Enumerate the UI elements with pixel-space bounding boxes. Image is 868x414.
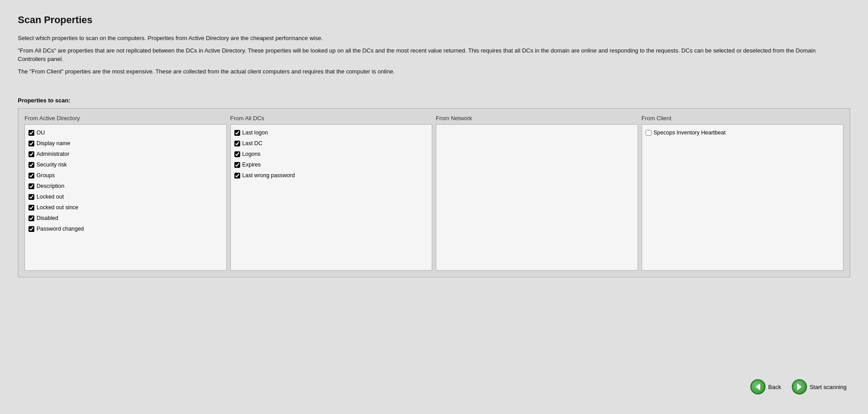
column-client: From ClientSpecops Inventory Heartbeat [642, 115, 844, 271]
list-item[interactable]: Groups [27, 170, 225, 181]
checkbox-active-directory-2[interactable] [29, 151, 34, 157]
column-all-dcs: From All DCsLast logonLast DCLogonsExpir… [230, 115, 433, 271]
spacer [18, 84, 850, 97]
checkbox-client-0[interactable] [646, 130, 651, 136]
list-item[interactable]: Administrator [27, 149, 225, 159]
list-item[interactable]: Specops Inventory Heartbeat [644, 127, 842, 138]
checkbox-label: Description [37, 182, 65, 191]
checkbox-label: Security risk [37, 160, 67, 169]
page-title: Scan Properties [18, 14, 850, 26]
description-2: "From All DCs" are properties that are n… [18, 46, 820, 64]
page-container: Scan Properties Select which properties … [0, 0, 868, 414]
footer-bar: Back Start scanning [18, 369, 850, 396]
checkbox-active-directory-5[interactable] [29, 183, 34, 189]
checkbox-list-all-dcs: Last logonLast DCLogonsExpiresLast wrong… [230, 124, 433, 271]
forward-circle-icon [792, 379, 807, 394]
start-scanning-label: Start scanning [810, 384, 847, 390]
list-item[interactable]: Locked out [27, 191, 225, 202]
list-item[interactable]: Display name [27, 138, 225, 149]
arrow-left-icon [756, 383, 760, 390]
checkbox-active-directory-0[interactable] [29, 130, 34, 136]
main-content: Scan Properties Select which properties … [18, 14, 850, 369]
properties-label: Properties to scan: [18, 97, 850, 104]
checkbox-label: Specops Inventory Heartbeat [654, 128, 726, 137]
checkbox-active-directory-9[interactable] [29, 226, 34, 232]
checkbox-active-directory-8[interactable] [29, 215, 34, 221]
list-item[interactable]: Security risk [27, 159, 225, 170]
checkbox-active-directory-6[interactable] [29, 194, 34, 200]
checkbox-list-inner-all-dcs: Last logonLast DCLogonsExpiresLast wrong… [233, 127, 430, 268]
list-item[interactable]: Locked out since [27, 202, 225, 213]
checkbox-all-dcs-1[interactable] [234, 141, 240, 146]
checkbox-label: Password changed [37, 224, 84, 233]
checkbox-label: Display name [37, 139, 70, 148]
list-item[interactable]: Last logon [233, 127, 430, 138]
list-item[interactable]: Logons [233, 149, 430, 159]
checkbox-active-directory-3[interactable] [29, 162, 34, 168]
checkbox-list-active-directory: OUDisplay nameAdministratorSecurity risk… [25, 124, 227, 271]
description-3: The "From Client" properties are the mos… [18, 67, 820, 76]
back-button[interactable]: Back [747, 377, 785, 396]
checkbox-label: Disabled [37, 214, 58, 223]
description-1: Select which properties to scan on the c… [18, 34, 820, 43]
checkbox-label: Locked out since [37, 203, 78, 212]
checkbox-list-inner-active-directory: OUDisplay nameAdministratorSecurity risk… [27, 127, 225, 268]
column-header-all-dcs: From All DCs [230, 115, 433, 122]
arrow-right-icon [797, 383, 802, 390]
checkbox-all-dcs-0[interactable] [234, 130, 240, 136]
list-item[interactable]: Last DC [233, 138, 430, 149]
checkbox-label: Last logon [242, 128, 268, 137]
checkbox-active-directory-1[interactable] [29, 141, 34, 146]
checkbox-all-dcs-4[interactable] [234, 173, 240, 179]
description-block: Select which properties to scan on the c… [18, 34, 820, 79]
checkbox-label: Last DC [242, 139, 262, 148]
checkbox-label: Last wrong password [242, 171, 295, 180]
column-header-network: From Network [436, 115, 638, 122]
list-item[interactable]: Last wrong password [233, 170, 430, 181]
checkbox-label: OU [37, 128, 45, 137]
checkbox-label: Expires [242, 160, 261, 169]
properties-outer-box: From Active DirectoryOUDisplay nameAdmin… [18, 108, 850, 277]
list-item[interactable]: Description [27, 181, 225, 191]
checkbox-list-network [436, 124, 638, 271]
checkbox-active-directory-7[interactable] [29, 205, 34, 211]
back-circle-icon [750, 379, 766, 394]
list-item[interactable]: OU [27, 127, 225, 138]
column-header-client: From Client [642, 115, 844, 122]
checkbox-list-inner-network [438, 127, 636, 268]
column-header-active-directory: From Active Directory [25, 115, 227, 122]
checkbox-all-dcs-3[interactable] [234, 162, 240, 168]
column-active-directory: From Active DirectoryOUDisplay nameAdmin… [25, 115, 227, 271]
checkbox-label: Logons [242, 150, 261, 158]
list-item[interactable]: Expires [233, 159, 430, 170]
list-item[interactable]: Disabled [27, 213, 225, 223]
checkbox-list-client: Specops Inventory Heartbeat [642, 124, 844, 271]
list-item[interactable]: Password changed [27, 223, 225, 234]
checkbox-list-inner-client: Specops Inventory Heartbeat [644, 127, 842, 268]
column-network: From Network [436, 115, 638, 271]
checkbox-all-dcs-2[interactable] [234, 151, 240, 157]
start-scanning-button[interactable]: Start scanning [788, 377, 850, 396]
checkbox-label: Groups [37, 171, 55, 180]
checkbox-label: Administrator [37, 150, 70, 158]
back-label: Back [768, 384, 781, 390]
checkbox-label: Locked out [37, 192, 64, 201]
checkbox-active-directory-4[interactable] [29, 173, 34, 179]
